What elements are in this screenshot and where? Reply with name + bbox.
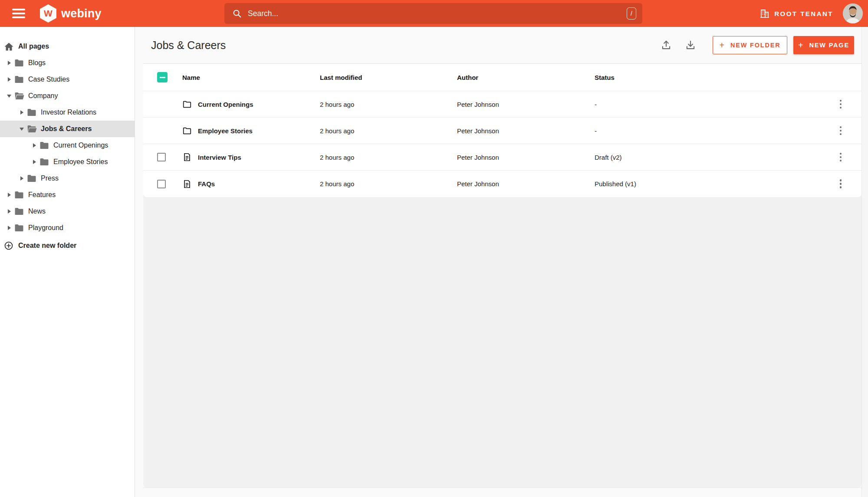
sidebar-item-label: Investor Relations xyxy=(41,109,96,116)
row-author: Peter Johnson xyxy=(457,127,595,135)
row-author: Peter Johnson xyxy=(457,180,595,188)
download-icon xyxy=(685,39,696,51)
sidebar-item-label: Employee Stories xyxy=(53,158,108,166)
row-checkbox[interactable] xyxy=(157,153,166,161)
sidebar-item-company[interactable]: Company xyxy=(0,88,135,104)
new-folder-button[interactable]: + NEW FOLDER xyxy=(713,36,787,54)
search-icon xyxy=(232,9,242,18)
folder-icon xyxy=(14,206,24,217)
table-row[interactable]: Employee Stories 2 hours ago Peter Johns… xyxy=(143,118,861,144)
column-header-last-modified: Last modified xyxy=(320,74,457,81)
chevron-right-icon xyxy=(4,226,14,230)
row-author: Peter Johnson xyxy=(457,154,595,161)
folder-icon xyxy=(39,157,49,167)
table-row[interactable]: FAQs 2 hours ago Peter Johnson Published… xyxy=(143,171,861,197)
select-all-checkbox[interactable] xyxy=(157,72,168,82)
row-actions-menu-button[interactable] xyxy=(837,124,845,138)
sidebar-item-label: Current Openings xyxy=(53,142,108,149)
chevron-right-icon xyxy=(30,143,39,148)
webiny-logo[interactable]: W webiny xyxy=(39,4,102,23)
table-row[interactable]: Interview Tips 2 hours ago Peter Johnson… xyxy=(143,144,861,171)
row-last-modified: 2 hours ago xyxy=(320,180,457,188)
row-name: Interview Tips xyxy=(198,154,241,161)
bottom-scrollbar-strip xyxy=(143,487,861,497)
row-status: Draft (v2) xyxy=(595,154,820,161)
folder-tree-sidebar: All pages Blogs Case Studies Company xyxy=(0,27,135,497)
folder-icon xyxy=(26,107,37,118)
add-circle-icon xyxy=(4,241,14,250)
table-row[interactable]: Current Openings 2 hours ago Peter Johns… xyxy=(143,91,861,118)
row-actions-menu-button[interactable] xyxy=(837,150,845,165)
sidebar-item-jobs-careers[interactable]: Jobs & Careers xyxy=(0,121,135,137)
column-header-name: Name xyxy=(182,74,320,81)
indeterminate-minus-icon xyxy=(160,77,165,78)
sidebar-item-case-studies[interactable]: Case Studies xyxy=(0,71,135,88)
row-last-modified: 2 hours ago xyxy=(320,127,457,135)
folder-open-icon xyxy=(26,124,37,134)
header-actions: + NEW FOLDER + NEW PAGE xyxy=(657,36,861,54)
row-name: FAQs xyxy=(198,180,215,188)
table-header-row: Name Last modified Author Status xyxy=(143,64,861,91)
row-actions-menu-button[interactable] xyxy=(837,177,845,191)
search-bar: / xyxy=(224,3,642,24)
sidebar-item-label: Features xyxy=(28,191,56,199)
create-new-folder-label: Create new folder xyxy=(18,242,76,250)
row-name: Employee Stories xyxy=(198,127,253,135)
user-avatar[interactable] xyxy=(843,3,863,23)
sidebar-item-playground[interactable]: Playground xyxy=(0,220,135,236)
home-icon xyxy=(4,42,14,52)
sidebar-item-all-pages[interactable]: All pages xyxy=(0,38,135,55)
sidebar-item-features[interactable]: Features xyxy=(0,187,135,203)
folder-icon xyxy=(39,140,49,151)
search-input[interactable] xyxy=(248,9,627,18)
row-last-modified: 2 hours ago xyxy=(320,154,457,161)
row-author: Peter Johnson xyxy=(457,101,595,108)
pages-table: Name Last modified Author Status Current… xyxy=(143,64,861,487)
sidebar-item-current-openings[interactable]: Current Openings xyxy=(0,137,135,154)
sidebar-item-label: All pages xyxy=(18,43,49,50)
sidebar-item-investor-relations[interactable]: Investor Relations xyxy=(0,104,135,121)
chevron-right-icon xyxy=(4,209,14,214)
new-page-button[interactable]: + NEW PAGE xyxy=(793,36,854,54)
tenant-selector[interactable]: ROOT TENANT xyxy=(760,0,833,27)
chevron-right-icon xyxy=(4,193,14,197)
hamburger-menu-icon[interactable] xyxy=(12,8,26,19)
folder-open-icon xyxy=(14,91,24,101)
page-header: Jobs & Careers + NEW FOLDER + xyxy=(143,27,861,64)
folder-outline-icon xyxy=(182,126,192,135)
row-checkbox[interactable] xyxy=(157,180,166,188)
sidebar-item-news[interactable]: News xyxy=(0,203,135,220)
top-bar: W webiny / ROOT TENANT xyxy=(0,0,868,27)
main-content: Jobs & Careers + NEW FOLDER + xyxy=(135,27,861,497)
plus-icon: + xyxy=(720,41,725,49)
folder-icon xyxy=(26,173,37,184)
row-status: - xyxy=(595,127,820,135)
app-window: W webiny / ROOT TENANT xyxy=(0,0,868,497)
page-title: Jobs & Careers xyxy=(151,39,226,52)
create-new-folder-button[interactable]: Create new folder xyxy=(0,237,135,254)
sidebar-item-label: Jobs & Careers xyxy=(41,125,92,133)
sidebar-item-label: News xyxy=(28,207,46,215)
sidebar-item-blogs[interactable]: Blogs xyxy=(0,55,135,71)
column-header-author: Author xyxy=(457,74,595,81)
folder-icon xyxy=(14,190,24,200)
brand-wordmark: webiny xyxy=(61,7,102,20)
sidebar-item-label: Press xyxy=(41,174,59,182)
chevron-right-icon xyxy=(30,160,39,164)
row-actions-menu-button[interactable] xyxy=(837,97,845,112)
keyboard-shortcut-badge: / xyxy=(627,7,636,20)
chevron-right-icon xyxy=(4,77,14,82)
new-page-button-label: NEW PAGE xyxy=(809,42,849,49)
chevron-right-icon xyxy=(17,176,26,181)
sidebar-item-press[interactable]: Press xyxy=(0,170,135,187)
scrollbar-gutter xyxy=(861,27,868,497)
new-folder-button-label: NEW FOLDER xyxy=(730,42,780,49)
chevron-right-icon xyxy=(4,61,14,65)
folder-icon xyxy=(14,58,24,68)
sidebar-item-label: Company xyxy=(28,92,58,100)
row-name: Current Openings xyxy=(198,101,253,108)
sidebar-item-employee-stories[interactable]: Employee Stories xyxy=(0,154,135,170)
chevron-right-icon xyxy=(17,110,26,115)
export-download-button[interactable] xyxy=(681,36,700,54)
import-upload-button[interactable] xyxy=(657,36,675,54)
